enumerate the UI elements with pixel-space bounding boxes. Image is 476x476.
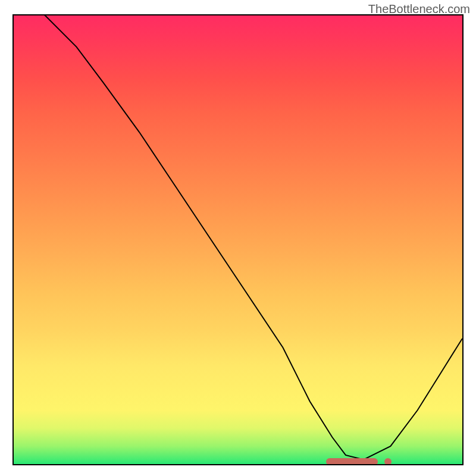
optimal-range-marker: [326, 458, 378, 465]
chart-plot-area: [12, 14, 464, 465]
value-curve: [14, 15, 462, 464]
watermark-text: TheBottleneck.com: [368, 2, 470, 16]
optimal-dot-marker: [384, 458, 392, 465]
